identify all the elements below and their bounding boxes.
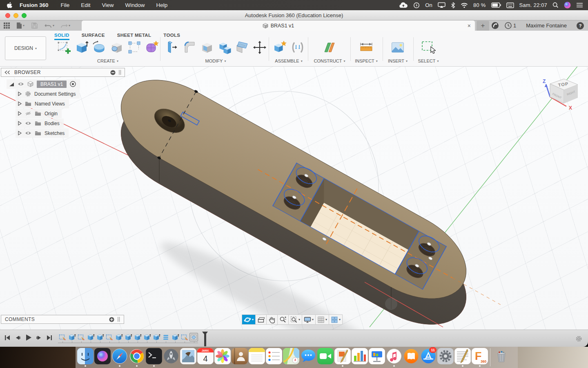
notification-center-icon[interactable] — [576, 2, 583, 8]
collapsed-arrow-icon[interactable] — [18, 92, 22, 96]
orbit-button[interactable]: ▾ — [242, 314, 256, 325]
tab-sheet-metal[interactable]: SHEET METAL — [117, 33, 151, 40]
timeline-feature-sketch[interactable] — [77, 333, 85, 341]
user-name[interactable]: Maxime Fontaine — [526, 22, 567, 29]
collapsed-arrow-icon[interactable] — [18, 121, 22, 126]
redo-icon[interactable]: ▾ — [60, 22, 70, 29]
timeline-feature-sketch[interactable] — [180, 333, 189, 341]
dock-siri[interactable] — [94, 348, 111, 367]
browser-item-named-views[interactable]: Named Views — [16, 99, 69, 108]
browser-header[interactable]: BROWSER — [1, 68, 125, 77]
timeline-feature-sketch[interactable] — [58, 333, 67, 341]
file-new-icon[interactable]: ▾ — [16, 22, 24, 29]
browser-item-bodies[interactable]: Bodies — [16, 119, 64, 128]
timeline-position-marker[interactable] — [204, 332, 206, 346]
look-at-button[interactable] — [256, 314, 267, 325]
timeline-feature-extrude[interactable] — [114, 333, 123, 341]
timeline-feature-hole[interactable] — [189, 333, 198, 341]
dock-ibooks[interactable] — [403, 348, 420, 367]
timeline-feature-sketch[interactable] — [105, 333, 114, 341]
dock-itunes[interactable] — [385, 348, 403, 367]
panel-grip-icon[interactable] — [118, 317, 120, 322]
visibility-eye-icon[interactable] — [18, 82, 24, 86]
dock-appstore[interactable]: 11 — [420, 348, 437, 367]
dock-messages[interactable] — [300, 348, 317, 367]
dock-photos[interactable] — [214, 348, 231, 367]
tab-tools[interactable]: TOOLS — [163, 33, 180, 40]
fit-button[interactable]: ▾ — [289, 314, 302, 325]
dock-notes[interactable] — [248, 348, 265, 367]
view-cube[interactable]: Z X TOP FRONT RIGHT — [538, 73, 585, 114]
collapse-panel-icon[interactable] — [4, 70, 10, 74]
dock-mail[interactable] — [180, 348, 197, 367]
tab-solid[interactable]: SOLID — [54, 33, 69, 40]
wifi-icon[interactable] — [461, 2, 468, 8]
collapsed-arrow-icon[interactable] — [18, 111, 22, 116]
browser-item-sketches[interactable]: Sketches — [16, 128, 69, 138]
go-to-end-button[interactable] — [46, 334, 53, 341]
icloud-upload-icon[interactable] — [399, 2, 408, 9]
extrude-icon[interactable] — [74, 40, 89, 55]
visibility-eye-icon[interactable] — [25, 131, 31, 135]
expanded-arrow-icon[interactable] — [9, 82, 14, 87]
timeline-feature-extrude[interactable] — [124, 333, 132, 341]
create-form-icon[interactable] — [144, 40, 160, 55]
close-tab-icon[interactable]: × — [468, 23, 471, 29]
browser-item-origin[interactable]: Origin — [16, 109, 62, 118]
zoom-button[interactable] — [278, 314, 289, 325]
step-back-button[interactable] — [14, 334, 21, 341]
dock-terminal[interactable] — [145, 348, 163, 367]
timeline-settings-gear-icon[interactable] — [575, 335, 582, 342]
dock-finder[interactable] — [77, 348, 94, 367]
menu-app-name[interactable]: Fusion 360 — [20, 2, 49, 8]
browser-item-document-settings[interactable]: Document Settings — [16, 89, 80, 99]
dock-trash[interactable] — [493, 348, 510, 367]
expand-panel-icon[interactable] — [109, 317, 114, 322]
menu-window[interactable]: Window — [125, 2, 145, 8]
dock-contacts[interactable] — [231, 348, 248, 367]
bluetooth-icon[interactable] — [451, 2, 455, 9]
menu-view[interactable]: View — [102, 2, 114, 8]
collapsed-arrow-icon[interactable] — [18, 131, 22, 135]
shell-icon[interactable] — [199, 40, 215, 55]
select-icon[interactable] — [421, 40, 436, 55]
timeline-feature-extrude[interactable] — [96, 333, 104, 341]
job-status-button[interactable]: 1 — [505, 22, 516, 29]
extensions-icon[interactable] — [491, 22, 499, 29]
timeline-feature-extrude[interactable] — [143, 333, 151, 341]
panel-grip-icon[interactable] — [119, 70, 121, 75]
timeline-feature-extrude[interactable] — [133, 333, 142, 341]
dock-textedit[interactable] — [454, 348, 471, 367]
create-sketch-icon[interactable] — [56, 40, 72, 55]
document-tab[interactable]: BRAS1 v1 × — [82, 20, 475, 31]
dock-numbers[interactable] — [351, 348, 368, 367]
power-charging-icon[interactable] — [413, 2, 420, 9]
timeline-feature-thread[interactable] — [161, 333, 170, 341]
move-copy-icon[interactable] — [252, 40, 267, 55]
timeline-feature-extrude[interactable] — [86, 333, 95, 341]
menu-edit[interactable]: Edit — [81, 2, 90, 8]
browser-root-row[interactable]: BRAS1 v1 — [7, 79, 80, 89]
menu-help[interactable]: Help — [156, 2, 168, 8]
dock-launchpad[interactable] — [163, 348, 180, 367]
play-button[interactable] — [24, 334, 32, 341]
menu-file[interactable]: File — [61, 2, 70, 8]
dock-maps[interactable] — [283, 348, 300, 367]
dock-fusion-360[interactable]: F360 — [471, 348, 488, 367]
timeline-feature-extrude[interactable] — [67, 333, 76, 341]
collapsed-arrow-icon[interactable] — [18, 101, 22, 106]
timeline-feature-extrude[interactable] — [152, 333, 160, 341]
spotlight-icon[interactable] — [552, 2, 559, 8]
undo-icon[interactable]: ▾ — [45, 22, 54, 29]
revolve-icon[interactable] — [91, 40, 107, 55]
hole-icon[interactable] — [109, 40, 125, 55]
new-component-icon[interactable] — [272, 40, 288, 55]
new-tab-button[interactable]: + — [477, 21, 489, 31]
remove-panel-icon[interactable] — [110, 70, 116, 75]
root-component-name[interactable]: BRAS1 v1 — [37, 81, 67, 88]
siri-icon[interactable] — [564, 2, 571, 9]
rectangular-pattern-icon[interactable] — [127, 40, 142, 55]
construction-plane-icon[interactable] — [322, 40, 337, 55]
dock-pages[interactable] — [334, 348, 351, 367]
tab-surface[interactable]: SURFACE — [82, 33, 105, 40]
